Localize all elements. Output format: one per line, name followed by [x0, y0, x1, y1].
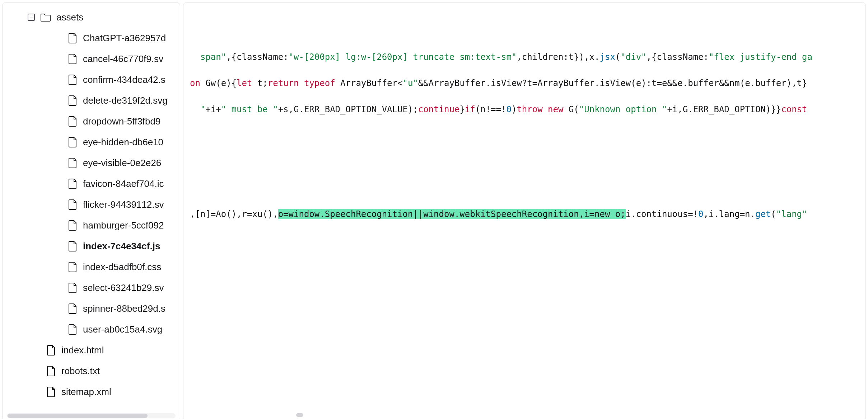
file-icon	[46, 365, 56, 377]
code-token: let	[237, 78, 252, 88]
file-icon	[68, 157, 78, 169]
code-token: get	[755, 209, 771, 219]
file-row[interactable]: cancel-46c770f9.sv	[3, 48, 180, 69]
code-token: ,[n]=Ao(),r=xu(),	[190, 209, 278, 219]
file-tree-scroll[interactable]: − assets ChatGPT-a362957dcancel-46c770f9…	[3, 3, 180, 413]
file-label: favicon-84aef704.ic	[83, 178, 164, 189]
file-tree-panel: − assets ChatGPT-a362957dcancel-46c770f9…	[2, 2, 180, 419]
code-panel: span",{className:"w-[200px] lg:w-[260px]…	[183, 2, 866, 419]
file-label: spinner-88bed29d.s	[83, 303, 165, 314]
file-row[interactable]: sitemap.xml	[3, 381, 180, 402]
file-icon	[68, 32, 78, 44]
code-line[interactable]: on Gw(e){let t;return typeof ArrayBuffer…	[190, 77, 859, 104]
file-icon	[68, 199, 78, 210]
code-token: throw new	[517, 104, 563, 114]
file-row[interactable]: user-ab0c15a4.svg	[3, 319, 180, 340]
scrollbar-thumb[interactable]	[296, 413, 303, 417]
code-token: G(	[563, 104, 579, 114]
file-row[interactable]: favicon-84aef704.ic	[3, 173, 180, 194]
file-row[interactable]: robots.txt	[3, 361, 180, 381]
file-icon	[68, 303, 78, 314]
file-row[interactable]: confirm-434dea42.s	[3, 69, 180, 90]
folder-row-assets[interactable]: − assets	[3, 7, 180, 28]
file-row[interactable]: eye-visible-0e2e26	[3, 152, 180, 173]
folder-icon	[40, 12, 51, 22]
file-row[interactable]: spinner-88bed29d.s	[3, 298, 180, 319]
file-icon	[68, 220, 78, 231]
file-icon	[46, 386, 56, 397]
code-token: span"	[200, 52, 226, 62]
code-token: ,{className:	[647, 52, 709, 62]
code-token: (	[615, 52, 620, 62]
code-token: "u"	[402, 78, 418, 88]
search-match-highlight: o=window.SpeechRecognition||window.webki…	[278, 209, 626, 219]
code-line[interactable]	[190, 156, 859, 182]
file-row[interactable]: dropdown-5ff3fbd9	[3, 111, 180, 132]
file-label: user-ab0c15a4.svg	[83, 324, 162, 335]
code-token: +i,G.ERR_BAD_OPTION)}}	[667, 104, 781, 114]
file-label: select-63241b29.sv	[83, 282, 164, 293]
file-icon	[68, 136, 78, 148]
code-token: ,{className:	[226, 52, 288, 62]
file-label: eye-hidden-db6e10	[83, 137, 163, 148]
file-tree-horizontal-scrollbar[interactable]	[3, 413, 180, 419]
file-label: eye-visible-0e2e26	[83, 157, 161, 169]
code-token: "div"	[620, 52, 646, 62]
code-token: "flex justify-end ga	[709, 52, 812, 62]
code-token: ,children:t}),x.	[517, 52, 599, 62]
file-row[interactable]: index.html	[3, 340, 180, 361]
scrollbar-thumb[interactable]	[8, 414, 148, 418]
code-line[interactable]: ,[n]=Ao(),r=xu(),o=window.SpeechRecognit…	[190, 208, 859, 235]
file-label: dropdown-5ff3fbd9	[83, 116, 160, 127]
code-token: (n!==!	[475, 104, 507, 114]
code-line[interactable]: "+i+" must be "+s,G.ERR_BAD_OPTION_VALUE…	[190, 104, 859, 130]
file-icon	[68, 74, 78, 85]
code-token: continue	[418, 104, 460, 114]
file-row[interactable]: eye-hidden-db6e10	[3, 132, 180, 152]
file-label: delete-de319f2d.svg	[83, 95, 168, 106]
code-token: if	[465, 104, 475, 114]
code-token: +i+	[205, 104, 221, 114]
code-token: "Unknown option "	[579, 104, 667, 114]
code-token: "w-[200px] lg:w-[260px] truncate sm:text…	[289, 52, 517, 62]
file-row[interactable]: ChatGPT-a362957d	[3, 28, 180, 48]
file-icon	[68, 324, 78, 335]
scrollbar-track	[7, 413, 176, 418]
file-row[interactable]: delete-de319f2d.svg	[3, 90, 180, 111]
code-line[interactable]	[190, 182, 859, 208]
code-token: const	[781, 104, 807, 114]
file-icon	[68, 261, 78, 273]
code-token: +s,G.ERR_BAD_OPTION_VALUE);	[278, 104, 418, 114]
app-root: − assets ChatGPT-a362957dcancel-46c770f9…	[0, 0, 868, 419]
code-token: " must be "	[221, 104, 278, 114]
file-row[interactable]: flicker-94439112.sv	[3, 194, 180, 215]
file-row[interactable]: index-7c4e34cf.js	[3, 236, 180, 256]
file-icon	[68, 116, 78, 127]
code-token: 0	[506, 104, 511, 114]
file-label: cancel-46c770f9.sv	[83, 53, 163, 65]
file-icon	[68, 53, 78, 65]
file-label: index-d5adfb0f.css	[83, 262, 161, 273]
file-icon	[46, 344, 56, 356]
file-icon	[68, 240, 78, 252]
file-label: index.html	[61, 345, 104, 356]
folder-label: assets	[56, 12, 83, 23]
code-horizontal-scrollbar[interactable]	[183, 412, 865, 419]
file-icon	[68, 282, 78, 293]
code-token: Gw(e){	[200, 78, 237, 88]
scrollbar-track	[188, 413, 860, 418]
file-row[interactable]: hamburger-5ccf092	[3, 215, 180, 236]
code-line[interactable]: span",{className:"w-[200px] lg:w-[260px]…	[190, 51, 859, 77]
file-row[interactable]: select-63241b29.sv	[3, 277, 180, 298]
file-label: index-7c4e34cf.js	[83, 241, 160, 252]
code-token: 0	[698, 209, 703, 219]
file-label: confirm-434dea42.s	[83, 74, 165, 85]
code-token: i.continuous=!	[626, 209, 698, 219]
code-line[interactable]	[190, 130, 859, 156]
code-scroll-area[interactable]: span",{className:"w-[200px] lg:w-[260px]…	[183, 3, 865, 412]
collapse-icon[interactable]: −	[28, 14, 35, 21]
code-token: return typeof	[268, 78, 335, 88]
file-row[interactable]: index-d5adfb0f.css	[3, 256, 180, 277]
file-label: ChatGPT-a362957d	[83, 33, 166, 44]
code-token: ,i.lang=n.	[704, 209, 756, 219]
